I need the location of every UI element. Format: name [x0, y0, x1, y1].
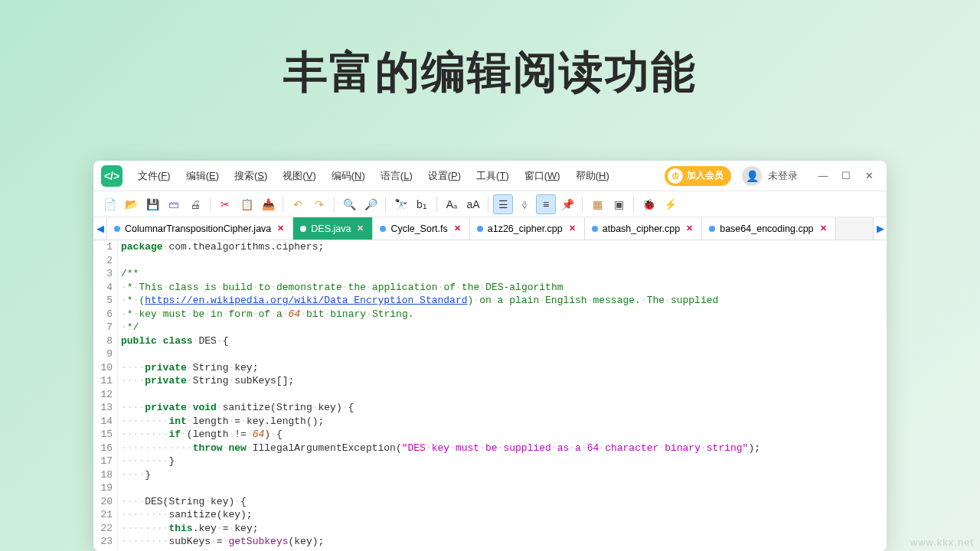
maximize-button[interactable]: ☐	[836, 166, 856, 186]
code-content[interactable]: package·com.thealgorithms.ciphers; /**·*…	[118, 240, 887, 551]
tab-label: DES.java	[311, 223, 351, 234]
file-type-icon	[114, 226, 120, 232]
menu-w[interactable]: 窗口(W)	[518, 166, 567, 186]
vip-label: 加入会员	[687, 169, 724, 182]
file-type-icon	[300, 226, 306, 232]
toolbar: 📄📂💾🗃🖨✂📋📥↶↷🔍🔎🔭b₁AₐaA☰⎀≡📌▦▣🐞⚡	[93, 191, 887, 217]
tab-close-icon[interactable]: ✕	[684, 223, 694, 233]
app-logo-icon: </>	[101, 165, 122, 187]
tab-0[interactable]: ColumnarTranspositionCipher.java✕	[107, 217, 293, 240]
tab-close-icon[interactable]: ✕	[276, 223, 286, 233]
menu-v[interactable]: 视图(V)	[276, 166, 322, 186]
tab-label: base64_encoding.cpp	[720, 223, 813, 234]
bookmark-icon[interactable]: b₁	[412, 194, 432, 214]
app-window: </> 文件(F)编辑(E)搜索(S)视图(V)编码(N)语言(L)设置(P)工…	[93, 161, 887, 551]
case-upper-icon[interactable]: Aₐ	[442, 194, 462, 214]
copy-icon[interactable]: 📋	[237, 194, 256, 214]
tab-close-icon[interactable]: ✕	[567, 223, 577, 233]
grid-icon[interactable]: ▦	[587, 194, 607, 214]
cut-icon[interactable]: ✂	[215, 194, 235, 214]
menu-t[interactable]: 工具(T)	[470, 166, 515, 186]
print-icon[interactable]: 🖨	[185, 194, 205, 214]
file-type-icon	[477, 226, 483, 232]
menu-p[interactable]: 设置(P)	[422, 166, 467, 186]
pin-icon[interactable]: 📌	[557, 194, 577, 214]
console-icon[interactable]: ▣	[609, 194, 629, 214]
zoom-out-icon[interactable]: 🔎	[361, 194, 381, 214]
tab-label: a1z26_cipher.cpp	[488, 223, 563, 234]
paste-icon[interactable]: 📥	[258, 194, 278, 214]
close-button[interactable]: ✕	[859, 166, 879, 186]
run-icon[interactable]: ⚡	[660, 194, 680, 214]
bug-icon[interactable]: 🐞	[639, 194, 658, 214]
line-number-gutter: 1234567891011121314151617181920212223	[93, 240, 118, 551]
menu-f[interactable]: 文件(F)	[132, 166, 177, 186]
undo-icon[interactable]: ↶	[288, 194, 308, 214]
case-lower-icon[interactable]: aA	[463, 194, 483, 214]
minimize-button[interactable]: —	[813, 166, 833, 186]
tab-scroll-left-icon[interactable]: ◀	[93, 217, 107, 240]
tab-close-icon[interactable]: ✕	[452, 223, 462, 233]
open-folder-icon[interactable]: 📂	[121, 194, 141, 214]
watermark: www.kkx.net	[910, 536, 974, 548]
wrap-icon[interactable]: ≡	[536, 194, 556, 214]
menu-n[interactable]: 编码(N)	[325, 166, 371, 186]
tab-2[interactable]: Cycle_Sort.fs✕	[373, 217, 469, 240]
find-icon[interactable]: 🔭	[390, 194, 410, 214]
tab-label: ColumnarTranspositionCipher.java	[125, 223, 271, 234]
crown-icon: ♔	[668, 168, 683, 184]
tab-label: Cycle_Sort.fs	[390, 223, 447, 234]
menu-s[interactable]: 搜索(S)	[228, 166, 273, 186]
tab-label: atbash_cipher.cpp	[603, 223, 680, 234]
tab-close-icon[interactable]: ✕	[355, 223, 365, 233]
tab-close-icon[interactable]: ✕	[818, 223, 828, 233]
file-type-icon	[709, 226, 715, 232]
menu-h[interactable]: 帮助(H)	[570, 166, 616, 186]
file-type-icon	[592, 226, 598, 232]
tab-4[interactable]: atbash_cipher.cpp✕	[585, 217, 702, 240]
menubar: </> 文件(F)编辑(E)搜索(S)视图(V)编码(N)语言(L)设置(P)工…	[93, 161, 887, 191]
save-all-icon[interactable]: 🗃	[164, 194, 184, 214]
new-file-icon[interactable]: 📄	[100, 194, 119, 214]
line-numbers-icon[interactable]: ☰	[493, 194, 513, 214]
wordwrap-guide-icon[interactable]: ⎀	[514, 194, 534, 214]
file-type-icon	[380, 226, 386, 232]
tab-scroll-right-icon[interactable]: ▶	[873, 217, 887, 240]
tab-bar: ◀ ColumnarTranspositionCipher.java✕DES.j…	[93, 217, 887, 240]
login-status[interactable]: 未登录	[768, 169, 798, 183]
code-editor[interactable]: 1234567891011121314151617181920212223 pa…	[93, 240, 887, 551]
tab-3[interactable]: a1z26_cipher.cpp✕	[470, 217, 585, 240]
tab-5[interactable]: base64_encoding.cpp✕	[702, 217, 835, 240]
zoom-in-icon[interactable]: 🔍	[339, 194, 359, 214]
tab-1[interactable]: DES.java✕	[293, 217, 373, 240]
avatar-icon[interactable]: 👤	[742, 166, 762, 186]
menu-l[interactable]: 语言(L)	[374, 166, 419, 186]
hero-title: 丰富的编辑阅读功能	[0, 0, 980, 103]
menu-e[interactable]: 编辑(E)	[180, 166, 225, 186]
vip-badge[interactable]: ♔ 加入会员	[665, 166, 731, 186]
redo-icon[interactable]: ↷	[309, 194, 329, 214]
save-icon[interactable]: 💾	[142, 194, 162, 214]
